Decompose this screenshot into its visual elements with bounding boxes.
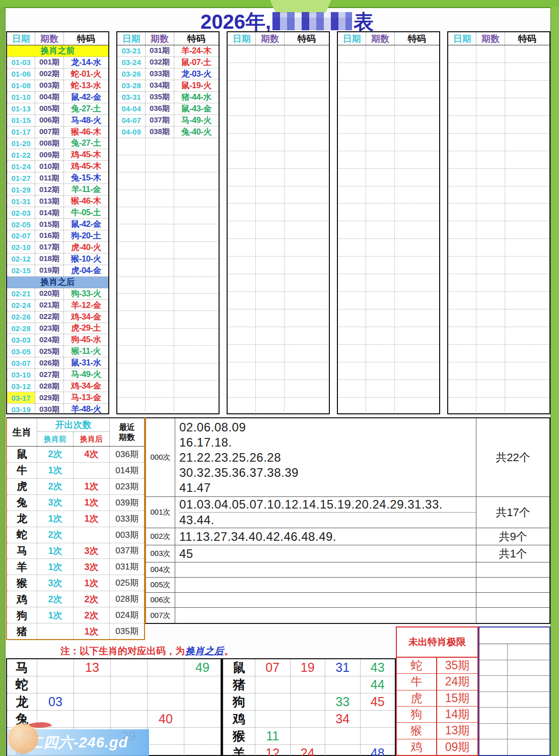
stats-row: 鼠2次4次036期	[7, 447, 144, 463]
empty-code-cell	[505, 45, 549, 62]
record-period: 013期	[35, 196, 63, 207]
record-special-code: 蛇-13-水	[64, 80, 108, 91]
record-special-code: 鸡-34-金	[64, 311, 108, 323]
empty-date-cell	[338, 81, 366, 98]
limit-box-rows: 蛇35期牛24期虎15期狗14期猴13期鸡09期	[397, 658, 477, 755]
empty-date-cell	[117, 259, 146, 276]
empty-code-cell	[505, 327, 549, 344]
record-date: 02-21	[7, 288, 35, 299]
frequency-numbers-line: 11.13.27.34.40.42.46.48.49.	[179, 529, 476, 544]
header-period: 期数	[146, 32, 174, 45]
header-period: 期数	[366, 32, 394, 45]
record-row: 04-04036期鼠-43-金	[117, 103, 219, 115]
record-period: 003期	[35, 80, 63, 91]
empty-period-cell	[366, 398, 394, 415]
empty-date-cell	[117, 172, 146, 189]
blue-table-cell	[508, 676, 549, 691]
record-special-code: 猴-11-火	[64, 346, 108, 357]
empty-record-row	[338, 380, 439, 398]
empty-record-row	[338, 398, 439, 415]
limit-period: 14期	[437, 707, 477, 722]
number-cell: 44	[361, 676, 395, 693]
frequency-row: 001次01.03.04.05.07.10.12.14.15.19.20.24.…	[146, 497, 549, 528]
frequency-numbers	[175, 578, 476, 592]
empty-date-cell	[228, 98, 256, 115]
footnote: 注：以下生肖的对应出码，为换肖之后。	[6, 644, 288, 658]
empty-date-cell	[338, 274, 366, 291]
record-row: 02-03014期牛-05-土	[7, 207, 108, 219]
record-row: 03-10027期马-49-火	[7, 369, 108, 381]
empty-record-row	[448, 151, 549, 169]
stats-count-after	[74, 527, 110, 543]
empty-date-cell	[338, 63, 366, 80]
record-period: 028期	[35, 381, 63, 392]
empty-period-cell	[366, 362, 394, 380]
blue-table-cell	[508, 739, 549, 755]
empty-code-cell	[395, 186, 439, 204]
empty-period-cell	[146, 346, 174, 362]
column-headers: 日期期数特码	[448, 32, 549, 45]
stats-recent-period: 039期	[110, 495, 144, 511]
stats-count-before: 3次	[37, 495, 74, 511]
frequency-total	[476, 578, 549, 592]
empty-period-cell	[366, 257, 394, 274]
period-column-group-3: 日期期数特码	[227, 31, 330, 414]
empty-record-row	[338, 186, 439, 204]
record-row: 04-07037期马-49-火	[117, 115, 219, 127]
stats-zodiac: 龙	[7, 511, 37, 527]
zodiac-number-row: 鸡34	[223, 711, 395, 728]
stats-count-before: 1次	[37, 559, 74, 575]
empty-code-cell	[285, 98, 329, 115]
empty-date-cell	[448, 292, 476, 309]
stats-row: 蛇2次003期	[7, 527, 144, 543]
stats-count-before: 1次	[37, 607, 74, 623]
stats-count-before	[37, 623, 74, 639]
empty-period-cell	[146, 207, 174, 224]
empty-record-row	[228, 221, 329, 239]
limit-period: 09期	[437, 739, 477, 755]
empty-record-row	[117, 172, 219, 190]
empty-date-cell	[117, 277, 146, 293]
empty-code-cell	[505, 134, 549, 151]
empty-record-row	[228, 362, 329, 380]
record-date: 03-26	[117, 69, 146, 80]
record-period: 026期	[35, 357, 63, 368]
empty-period-cell	[366, 116, 394, 133]
empty-record-row	[448, 380, 549, 398]
stats-count-before: 2次	[37, 479, 74, 494]
empty-date-cell	[117, 224, 146, 241]
empty-period-cell	[366, 327, 394, 344]
number-cell: 24	[291, 745, 326, 756]
record-special-code: 马-13-金	[64, 392, 108, 403]
stats-row: 牛1次014期	[7, 463, 144, 479]
period-column-group-1: 日期期数特码换肖之前01-03001期龙-14-水01-06002期蛇-01-火…	[6, 31, 109, 414]
empty-code-cell	[285, 186, 329, 204]
blue-table-cell	[508, 692, 549, 708]
record-row: 02-26022期鸡-34-金	[7, 311, 108, 323]
empty-record-row	[228, 116, 329, 134]
empty-code-cell	[505, 98, 549, 115]
record-period: 017期	[35, 242, 63, 253]
empty-record-row	[448, 398, 549, 415]
empty-period-cell	[366, 134, 394, 151]
record-period: 019期	[35, 265, 63, 276]
record-date: 03-12	[7, 381, 35, 392]
blue-table-cell	[508, 660, 549, 676]
stats-count-before: 1次	[37, 543, 74, 559]
record-period: 011期	[35, 172, 63, 183]
zodiac-label: 蛇	[7, 676, 37, 693]
blue-table-cell	[508, 724, 549, 739]
stats-count-before: 1次	[37, 511, 74, 527]
empty-record-row	[228, 81, 329, 98]
empty-code-cell	[395, 380, 439, 397]
number-frequency-table: 000次02.06.08.0916.17.18.21.22.23.25.26.2…	[145, 417, 550, 624]
record-row: 03-28034期鼠-19-火	[117, 80, 219, 92]
banner-before-change: 换肖之前	[7, 45, 108, 57]
empty-record-row	[338, 327, 439, 345]
header-period: 期数	[35, 32, 63, 45]
stats-zodiac: 虎	[7, 479, 37, 494]
record-date: 01-06	[7, 69, 35, 80]
record-period: 006期	[35, 115, 63, 126]
stats-recent-period: 003期	[110, 527, 144, 543]
empty-code-cell	[285, 257, 329, 274]
